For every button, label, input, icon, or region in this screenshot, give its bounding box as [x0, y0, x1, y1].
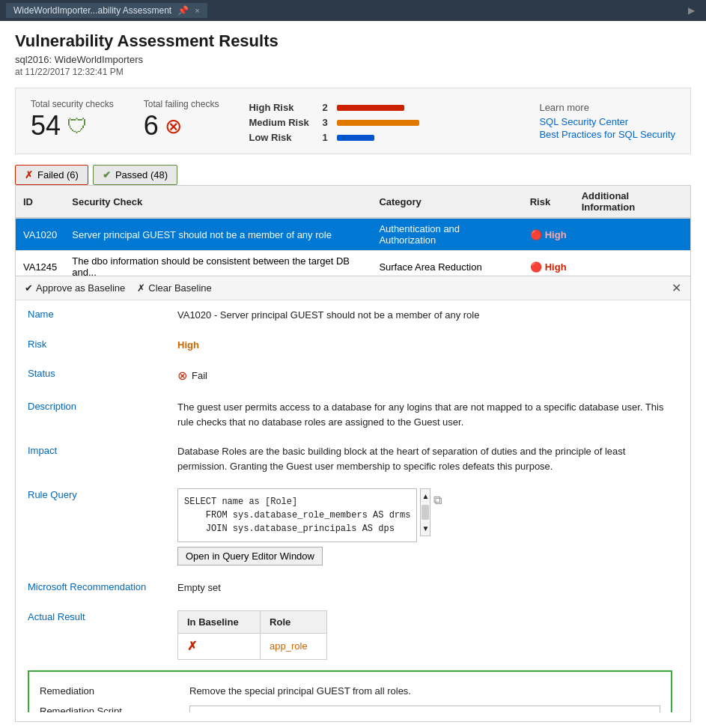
table-row[interactable]: VA1245 The dbo information should be con… [16, 251, 690, 276]
detail-body: Name VA1020 - Server principal GUEST sho… [16, 300, 690, 721]
total-checks-label: Total security checks [31, 99, 114, 109]
detail-risk-row: Risk High [28, 330, 672, 360]
remediation-script-row: Remediation Script ALTER ROLE [app_role]… [40, 701, 660, 712]
result-x-icon: ✗ [187, 640, 197, 652]
sql-security-center-link[interactable]: SQL Security Center [539, 116, 675, 127]
role-value: app_role [270, 640, 308, 652]
fail-circle-icon: ⊗ [165, 114, 182, 139]
remediation-label: Remediation [40, 685, 189, 697]
col-security-check: Security Check [64, 186, 371, 218]
risk-badge-high: 🔴 High [530, 261, 567, 273]
page-title: Vulnerability Assessment Results [15, 31, 691, 51]
low-risk-count: 1 [322, 132, 327, 143]
col-id: ID [16, 186, 64, 218]
col-additional-info: Additional Information [574, 186, 690, 218]
detail-description-row: Description The guest user permits acces… [28, 392, 672, 437]
name-value: VA1020 - Server principal GUEST should n… [177, 308, 672, 323]
risk-value: High [177, 338, 672, 353]
status-value: Fail [192, 368, 207, 383]
high-risk-bar [337, 105, 404, 111]
best-practices-link[interactable]: Best Practices for SQL Security [539, 129, 675, 140]
toolbar-actions: ✔ Approve as Baseline ✗ Clear Baseline [25, 282, 212, 294]
tab-title: WideWorldImporter...ability Assessment [13, 5, 171, 16]
medium-risk-label: Medium Risk [249, 117, 316, 128]
scrollbar-down-icon[interactable]: ▼ [421, 521, 431, 536]
table-header: ID Security Check Category Risk Addition… [16, 186, 690, 218]
copy-icon[interactable]: ⧉ [433, 491, 442, 509]
clear-baseline-button[interactable]: ✗ Clear Baseline [137, 282, 212, 294]
rule-query-code[interactable]: SELECT name as [Role] FROM sys.database_… [177, 488, 417, 542]
col-role: Role [261, 610, 327, 634]
status-value-row: ⊗ Fail [177, 367, 672, 385]
checkmark-icon: ✔ [25, 282, 33, 294]
tab-pin-icon: 📌 [177, 5, 189, 16]
remediation-row: Remediation Remove the special principal… [40, 681, 660, 701]
cell-check: Server principal GUEST should not be a m… [64, 218, 371, 251]
role-cell: app_role [261, 634, 327, 660]
table-row[interactable]: VA1020 Server principal GUEST should not… [16, 218, 690, 251]
actual-result-table: In Baseline Role ✗ ap [177, 610, 327, 661]
cell-id: VA1020 [16, 218, 64, 251]
cell-risk: 🔴 High [523, 251, 574, 276]
x-icon: ✗ [137, 282, 145, 294]
detail-scroll-area[interactable]: Name VA1020 - Server principal GUEST sho… [28, 300, 678, 712]
window-scroll-right: ▶ [688, 5, 700, 16]
risk-row-high: High Risk 2 [249, 102, 509, 113]
ms-rec-value: Empty set [177, 580, 672, 595]
total-checks-value: 54 [31, 112, 61, 139]
total-failing-label: Total failing checks [144, 99, 219, 109]
medium-risk-bar [337, 120, 419, 126]
cell-additional [574, 218, 690, 251]
cell-category: Authentication and Authorization [371, 218, 522, 251]
results-table-wrapper: ID Security Check Category Risk Addition… [15, 185, 691, 276]
col-category: Category [371, 186, 522, 218]
tabs-row: ✗ Failed (6) ✔ Passed (48) [15, 165, 691, 185]
risk-row-low: Low Risk 1 [249, 132, 509, 143]
tab-passed-label: Passed (48) [115, 169, 168, 181]
tab-close-button[interactable]: × [195, 6, 199, 15]
subtitle: sql2016: WideWorldImporters [15, 54, 691, 65]
status-label: Status [28, 367, 177, 379]
table-body: VA1020 Server principal GUEST should not… [16, 218, 690, 276]
rule-query-label: Rule Query [28, 488, 177, 500]
clear-baseline-label: Clear Baseline [148, 282, 212, 294]
tab-failed[interactable]: ✗ Failed (6) [15, 165, 88, 185]
detail-close-button[interactable]: ✕ [672, 281, 681, 295]
status-fail-icon: ⊗ [177, 367, 187, 385]
cell-id: VA1245 [16, 251, 64, 276]
actual-result-value: In Baseline Role ✗ ap [177, 610, 672, 661]
timestamp: at 11/22/2017 12:32:41 PM [15, 67, 691, 77]
risk-dot-icon: 🔴 [530, 261, 542, 273]
remediation-script-value: ALTER ROLE [app_role] DROP MEMBER GUEST … [189, 706, 660, 712]
approve-baseline-button[interactable]: ✔ Approve as Baseline [25, 282, 125, 294]
actual-result-row: ✗ app_role [178, 634, 327, 660]
detail-status-row: Status ⊗ Fail [28, 360, 672, 392]
title-bar: WideWorldImporter...ability Assessment 📌… [0, 0, 706, 21]
tab-passed[interactable]: ✔ Passed (48) [93, 165, 177, 185]
detail-name-row: Name VA1020 - Server principal GUEST sho… [28, 300, 672, 330]
description-label: Description [28, 400, 177, 412]
medium-risk-count: 3 [322, 117, 327, 128]
cell-risk: 🔴 High [523, 218, 574, 251]
remediation-value: Remove the special principal GUEST from … [189, 685, 660, 697]
open-query-button[interactable]: Open in Query Editor Window [177, 547, 323, 565]
actual-result-label: Actual Result [28, 610, 177, 622]
table-scroll-area[interactable]: ID Security Check Category Risk Addition… [16, 186, 690, 276]
total-checks-block: Total security checks 54 🛡 [31, 99, 114, 139]
risk-row-medium: Medium Risk 3 [249, 117, 509, 128]
title-bar-tab[interactable]: WideWorldImporter...ability Assessment 📌… [6, 3, 207, 18]
detail-impact-row: Impact Database Roles are the basic buil… [28, 437, 672, 481]
col-in-baseline: In Baseline [178, 610, 261, 634]
results-table: ID Security Check Category Risk Addition… [16, 186, 690, 276]
tab-failed-label: Failed (6) [37, 169, 79, 181]
remediation-section: Remediation Remove the special principal… [28, 670, 672, 712]
description-value: The guest user permits access to a datab… [177, 400, 672, 429]
total-failing-block: Total failing checks 6 ⊗ [144, 99, 219, 139]
cell-check: The dbo information should be consistent… [64, 251, 371, 276]
risk-label: Risk [28, 338, 177, 350]
scrollbar-up-icon[interactable]: ▲ [421, 489, 431, 503]
risk-chart: High Risk 2 Medium Risk 3 Low Risk 1 [249, 99, 509, 143]
tab-failed-icon: ✗ [25, 169, 33, 181]
high-risk-count: 2 [322, 102, 327, 113]
rule-query-value: SELECT name as [Role] FROM sys.database_… [177, 488, 672, 565]
